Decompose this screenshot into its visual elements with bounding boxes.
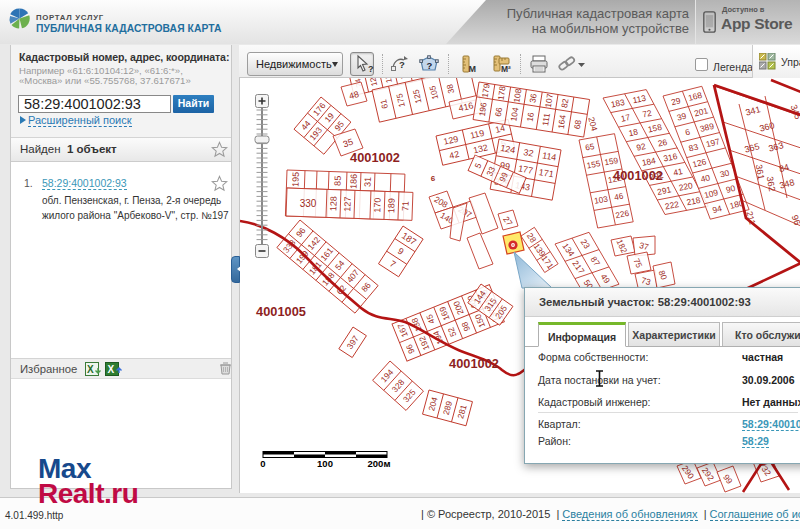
svg-text:М: М <box>469 64 477 74</box>
svg-text:82: 82 <box>559 97 570 108</box>
svg-text:128: 128 <box>328 196 339 211</box>
svg-text:?: ? <box>399 59 405 70</box>
svg-text:0: 0 <box>260 458 265 469</box>
svg-text:100: 100 <box>317 458 333 469</box>
svg-text:4001002: 4001002 <box>613 168 663 183</box>
svg-text:85: 85 <box>332 176 342 186</box>
svg-text:348: 348 <box>778 177 795 191</box>
svg-text:66: 66 <box>493 106 504 117</box>
svg-text:195: 195 <box>290 172 301 187</box>
svg-text:М²: М² <box>501 64 511 74</box>
svg-text:111: 111 <box>540 112 552 126</box>
svg-text:31: 31 <box>362 177 372 187</box>
svg-text:X: X <box>87 364 94 375</box>
svg-text:363: 363 <box>767 140 784 154</box>
svg-text:362: 362 <box>765 176 777 193</box>
svg-text:204: 204 <box>586 116 599 132</box>
svg-text:127: 127 <box>342 196 353 211</box>
svg-text:4001005: 4001005 <box>256 304 306 319</box>
svg-text:71: 71 <box>400 201 410 211</box>
svg-text:?: ? <box>368 64 374 74</box>
svg-text:X: X <box>108 364 115 375</box>
svg-text:189: 189 <box>386 198 397 213</box>
svg-text:200м: 200м <box>368 458 391 469</box>
svg-text:4001002: 4001002 <box>449 356 499 371</box>
svg-text:361: 361 <box>754 164 766 181</box>
svg-text:330: 330 <box>300 198 317 209</box>
svg-text:68: 68 <box>572 119 583 130</box>
svg-text:341: 341 <box>744 104 761 118</box>
svg-text:32: 32 <box>523 147 535 159</box>
svg-text:84: 84 <box>778 162 790 174</box>
svg-text:4001002: 4001002 <box>350 150 400 165</box>
svg-text:?: ? <box>427 60 433 71</box>
svg-text:6: 6 <box>431 174 436 183</box>
svg-text:365: 365 <box>743 141 760 155</box>
svg-text:16: 16 <box>524 111 535 122</box>
svg-text:170: 170 <box>372 197 383 212</box>
svg-text:186: 186 <box>348 174 359 189</box>
svg-text:36: 36 <box>527 92 538 103</box>
